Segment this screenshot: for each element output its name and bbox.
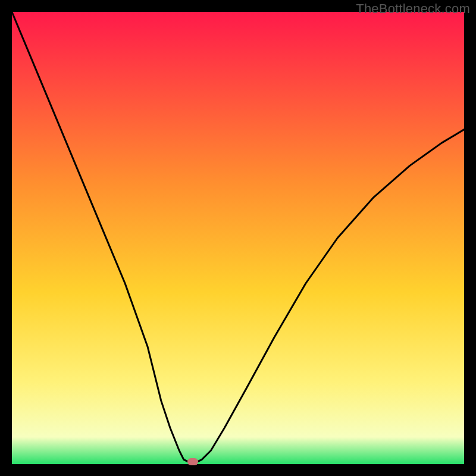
minimum-marker — [187, 458, 198, 465]
chart-frame: TheBottleneck.com — [0, 0, 476, 476]
bottleneck-curve — [12, 12, 464, 464]
watermark-text: TheBottleneck.com — [356, 1, 470, 17]
plot-area — [12, 12, 464, 464]
